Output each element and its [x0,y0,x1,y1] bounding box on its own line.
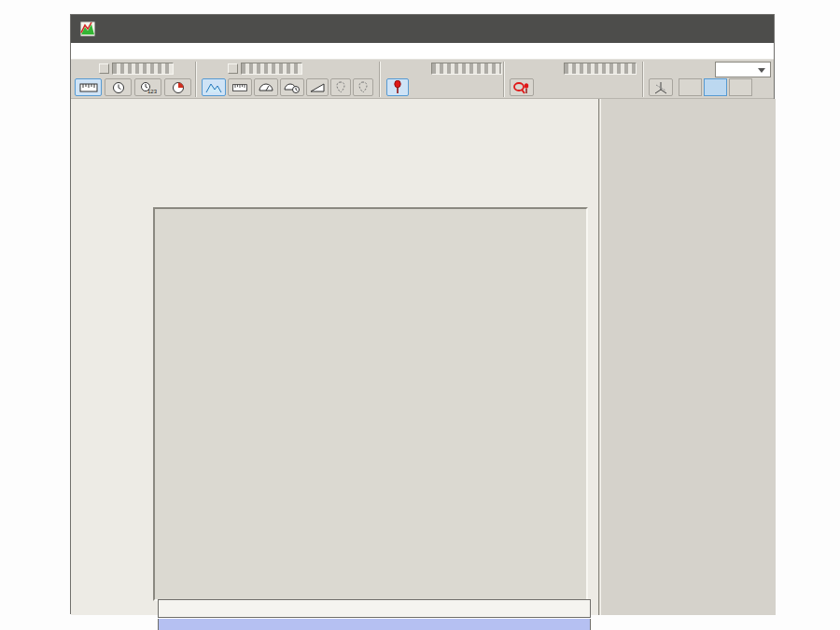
marker-pin-icon [392,80,403,94]
elevation-profile-plot[interactable] [155,209,586,599]
clock-number-icon: 123 [140,81,157,94]
vaxis-option1-button[interactable] [330,78,351,96]
slope-icon [310,82,325,92]
plot-frame [153,207,588,601]
speedometer-clock-icon [284,82,301,93]
vaxis-slider[interactable] [241,63,302,75]
playback-speed-select[interactable] [715,62,771,77]
play-button[interactable] [729,78,752,96]
stats-panel [601,99,776,615]
vaxis-speed-button[interactable] [254,78,278,96]
section-values [158,619,591,630]
haxis-mini-button[interactable] [99,63,109,74]
marker-button[interactable] [386,78,409,96]
marker-slider[interactable] [431,63,502,75]
selection-slider[interactable] [564,63,637,75]
playback-3d-button[interactable] [649,78,673,96]
app-window: 123 [70,14,775,614]
haxis-distance-button[interactable] [75,78,102,96]
clock-icon [112,81,125,94]
haxis-slider[interactable] [112,63,174,75]
3d-axes-icon [653,81,668,94]
ruler-icon [79,82,98,93]
haxis-time-number-button[interactable]: 123 [134,78,161,96]
chart-area [71,99,598,615]
title-bar [71,15,774,43]
mountain-icon [205,82,222,93]
dotted-pin-1-icon [335,81,346,93]
dotted-pin-2-icon [357,81,369,93]
svg-text:123: 123 [147,89,157,94]
section-header [158,599,591,618]
maximize-button[interactable] [699,15,736,43]
chevron-down-icon [758,68,765,73]
speedometer-icon [258,82,274,92]
close-button[interactable] [736,15,774,43]
menu-bar [71,43,774,60]
vaxis-elevation-button[interactable] [202,78,226,96]
loop-pin-icon [512,81,531,94]
stop-button[interactable] [704,78,727,96]
vaxis-slope-button[interactable] [306,78,329,96]
app-icon [79,21,96,37]
ruler-icon [231,83,248,92]
haxis-pie-button[interactable] [164,78,191,96]
vaxis-distance-button[interactable] [228,78,252,96]
minimize-button[interactable] [662,15,699,43]
vaxis-option2-button[interactable] [353,78,373,96]
vaxis-pace-button[interactable] [280,78,304,96]
haxis-time-button[interactable] [105,78,132,96]
selection-marker-button[interactable] [510,78,534,96]
vaxis-mini-button[interactable] [228,63,238,74]
rewind-button[interactable] [679,78,702,96]
toolbar: 123 [71,60,774,99]
pie-clock-icon [172,81,185,94]
